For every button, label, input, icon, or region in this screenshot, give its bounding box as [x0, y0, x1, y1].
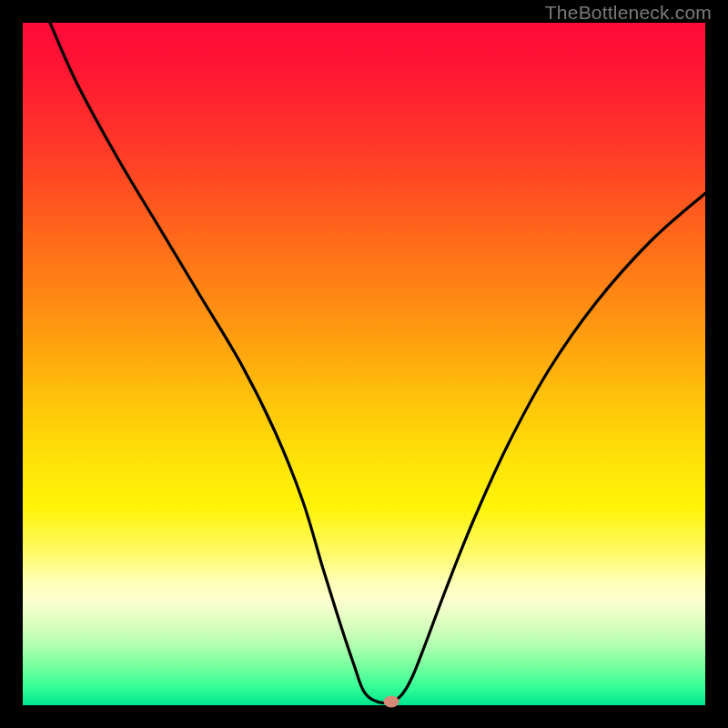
plot-area: [23, 23, 705, 705]
optimal-point-marker: [384, 696, 399, 708]
chart-frame: TheBottleneck.com: [0, 0, 728, 728]
bottleneck-curve-path: [50, 23, 705, 703]
watermark-text: TheBottleneck.com: [545, 2, 712, 24]
curve-svg: [23, 23, 705, 705]
